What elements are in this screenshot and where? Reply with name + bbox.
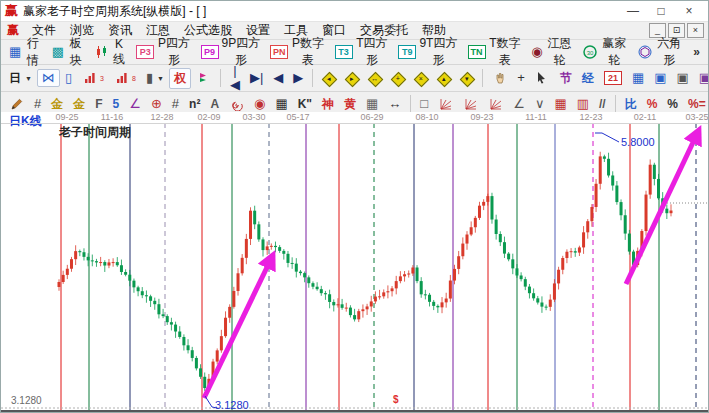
exright-button[interactable]: 权	[169, 68, 191, 89]
grid-box-button[interactable]: ▦	[549, 95, 571, 113]
date-axis-label-0: 09-25	[55, 112, 78, 122]
percent-lines-button[interactable]: %=	[683, 95, 709, 113]
date-axis-label-6: 06-29	[360, 112, 383, 122]
quotes-button[interactable]: ▦行情	[4, 33, 47, 71]
gann-box-fan-2-button[interactable]	[483, 95, 508, 114]
calculator-button[interactable]: ▦	[627, 69, 649, 87]
gann-fan-icon	[438, 97, 453, 112]
mdi-close-button[interactable]: ×	[687, 23, 704, 38]
t-square-button[interactable]: T3T四方形	[330, 33, 394, 71]
gann-box-fan-button[interactable]	[458, 95, 483, 114]
tick-ruler-button[interactable]: #	[29, 95, 46, 113]
p-number-table-button[interactable]: PNP数字表	[265, 33, 329, 71]
toolbar-separator	[312, 69, 313, 87]
brush-tool-button[interactable]	[4, 95, 29, 114]
gann-diamond-4-button[interactable]: +	[386, 70, 409, 87]
cylinder-tool-icon: ▯	[65, 71, 72, 85]
toolbar-overflow-button[interactable]: »	[688, 43, 705, 61]
gann-diamond-7-button[interactable]: ▾	[455, 70, 478, 87]
protractor-button[interactable]: ∠	[124, 95, 146, 113]
close-button[interactable]: ×	[682, 4, 696, 18]
cylinder-tool-button[interactable]: ▯	[60, 69, 77, 87]
gann-diamond-2-button[interactable]: ▸	[340, 70, 363, 87]
angle-a-button[interactable]: A	[205, 95, 224, 113]
date-axis-label-7: 08-10	[415, 112, 438, 122]
gann-diamond-6-button[interactable]: ▴	[432, 70, 455, 87]
save-grid-button[interactable]: ▣	[649, 69, 671, 87]
minimize-button[interactable]: —	[626, 4, 640, 18]
wheel-tool-icon: ◉	[254, 97, 265, 111]
bars-3-tool-button[interactable]: 3	[77, 69, 109, 88]
chart-area[interactable]: 日K线 老子时间周期 3.1280 $ 09-2511-1612-2802-09…	[1, 112, 709, 413]
spiral-tool-button[interactable]	[224, 95, 249, 114]
gann-diamond-5-button[interactable]: ×	[409, 70, 432, 87]
percent-button[interactable]: %	[662, 95, 683, 113]
crosshair-button[interactable]: +	[512, 69, 530, 87]
date-axis-label-10: 12-23	[579, 112, 602, 122]
toolbar-separator	[220, 69, 221, 87]
candlestick-chart[interactable]	[1, 112, 709, 413]
p-square-button[interactable]: P3P四方形	[131, 33, 195, 71]
9t-square-button[interactable]: T99T四方形	[393, 33, 462, 71]
k-mark-button[interactable]: K"	[293, 95, 317, 113]
winner-wheel-button[interactable]: 30赢家轮	[578, 33, 633, 71]
percent-lines-label: %=	[688, 97, 706, 111]
levels-flag-button[interactable]	[191, 69, 216, 88]
v-lines-button[interactable]: ∨	[530, 95, 550, 113]
kline-button[interactable]: K线	[90, 35, 132, 70]
pointer-button[interactable]	[530, 69, 555, 88]
grid-box-2-button[interactable]: ▥	[572, 95, 594, 113]
hexagon-label: 六角形	[655, 35, 683, 69]
calendar-21-button[interactable]: 21	[599, 69, 627, 87]
box-grid-button[interactable]: ▦	[361, 95, 383, 113]
calculator-icon: ▦	[632, 71, 644, 85]
save-button[interactable]: ▣	[672, 69, 694, 87]
9t-square-icon: T9	[398, 45, 416, 59]
n-square-button[interactable]: n²	[184, 95, 205, 113]
high-price-annotation: 5.8000	[621, 136, 655, 148]
circle-3-button[interactable]: ⊕	[146, 95, 167, 113]
gann-diamond-4-icon: +	[391, 72, 404, 85]
spiral-5-label: 5	[113, 97, 120, 111]
wheel-tool-button[interactable]: ◉	[249, 95, 270, 113]
dropdown-caret-icon: ▼	[157, 75, 164, 82]
hexagon-button[interactable]: 六角形	[633, 33, 688, 71]
winner-wheel-label: 赢家轮	[600, 35, 628, 69]
gann-diamond-1-button[interactable]: ◂	[317, 70, 340, 87]
candle-style-button[interactable]: ▮▼	[141, 69, 169, 87]
jie-cycle-button[interactable]: 节	[555, 68, 577, 89]
h-measure-button[interactable]: ↔	[383, 95, 406, 113]
jing-cycle-button[interactable]: 经	[577, 68, 599, 89]
gann-wheel-button[interactable]: ◉江恩轮	[526, 33, 578, 71]
pan-hand-button[interactable]	[487, 69, 512, 88]
spiral-5-button[interactable]: 5	[108, 95, 125, 113]
bars-8-tool-button[interactable]: 8	[109, 69, 141, 88]
date-axis-label-9: 11-11	[525, 112, 547, 122]
save-icon: ▣	[677, 71, 689, 85]
t-number-table-button[interactable]: TNT数字表	[463, 33, 527, 71]
first-bar-button[interactable]: |◀	[225, 62, 245, 94]
svg-text:30: 30	[587, 50, 594, 56]
bowtie-tool-button[interactable]: ⋈	[37, 69, 60, 87]
date-axis-label-5: 05-17	[286, 112, 309, 122]
percent-zone-button[interactable]: %	[642, 95, 663, 113]
prev-bar-button[interactable]: ◀	[268, 69, 288, 87]
app-window: 赢 赢家老子时空周期系统[纵横版] - [ ] — □ × 赢 文件浏览资讯江恩…	[0, 0, 709, 413]
maximize-button[interactable]: □	[654, 4, 668, 18]
angle-lines-button[interactable]: ∠	[508, 95, 530, 113]
main-toolbar: ▦行情▩板块K线P3P四方形P99P四方形PNP数字表T3T四方形T99T四方形…	[1, 40, 708, 65]
parallel-lines-button[interactable]: //	[594, 95, 611, 113]
rect-tool-button[interactable]: □	[415, 95, 433, 113]
last-bar-button[interactable]: ▶|	[245, 69, 268, 87]
fib-f-button[interactable]: F	[90, 95, 107, 113]
next-bar-button[interactable]: ▶	[288, 69, 308, 87]
tick-ruler-2-button[interactable]: #	[167, 95, 184, 113]
spiral-tool-icon	[229, 97, 244, 112]
export-button[interactable]: ▣	[694, 69, 709, 87]
sectors-button[interactable]: ▩板块	[47, 33, 90, 71]
dark-grid-button[interactable]: ▦	[270, 95, 292, 113]
period-daily-button[interactable]: 日▼	[4, 68, 37, 89]
gann-diamond-3-button[interactable]: ↔	[363, 70, 386, 87]
t-square-label: T四方形	[356, 35, 389, 69]
gann-fan-button[interactable]	[433, 95, 458, 114]
